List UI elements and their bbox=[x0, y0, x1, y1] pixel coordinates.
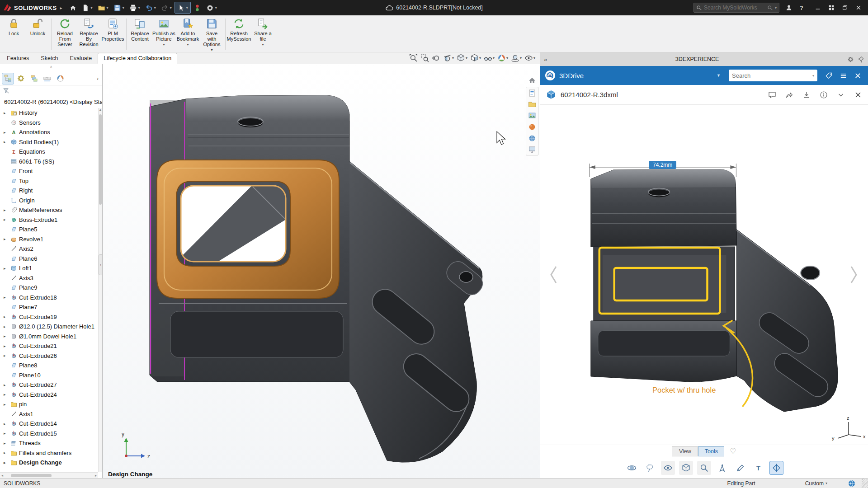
tree-root-item[interactable]: 60214002-R (60214002) <Display Sta ▲ bbox=[0, 96, 102, 107]
scenes-button[interactable] bbox=[526, 132, 538, 144]
section-plane-button[interactable] bbox=[769, 461, 783, 475]
previous-view-button[interactable] bbox=[431, 53, 441, 63]
expand-arrow-icon[interactable]: ▸ bbox=[4, 460, 9, 465]
share-a-file-button[interactable]: Share afile▾ bbox=[251, 16, 275, 52]
tree-item-right[interactable]: Right bbox=[0, 186, 98, 196]
panel-pin-icon[interactable] bbox=[858, 56, 864, 63]
close-window-button[interactable] bbox=[852, 1, 865, 14]
appearances-button[interactable] bbox=[526, 121, 538, 132]
tree-item-cut-extrude15[interactable]: ▸Cut-Extrude15 bbox=[0, 429, 98, 439]
replace-content-button[interactable]: ReplaceContent bbox=[128, 16, 152, 52]
add-to-bookmark-dropdown[interactable]: ▾ bbox=[187, 42, 189, 47]
previous-item-button[interactable] bbox=[547, 259, 560, 290]
compass-draw-button[interactable] bbox=[715, 461, 729, 475]
zoom-to-area-button[interactable] bbox=[420, 53, 430, 63]
display-manager-tab[interactable] bbox=[54, 73, 66, 84]
expand-arrow-icon[interactable]: ▸ bbox=[4, 111, 9, 115]
view-palette-button[interactable] bbox=[526, 110, 538, 121]
marker-pen-button[interactable] bbox=[733, 461, 747, 475]
tree-horizontal-scrollbar[interactable]: ◂▸ bbox=[0, 472, 98, 478]
3d-preview-area[interactable]: z y x 74.2mm Pocket w/ thru hole bbox=[540, 105, 868, 445]
expand-arrow-icon[interactable]: ▸ bbox=[4, 237, 9, 241]
tree-item-axis2[interactable]: Axis2 bbox=[0, 244, 98, 254]
more-button[interactable] bbox=[836, 90, 845, 99]
tree-item-plane8[interactable]: Plane8 bbox=[0, 361, 98, 371]
drive-search-dropdown[interactable]: ▾ bbox=[812, 74, 814, 78]
units-selector[interactable]: Custom▾ bbox=[805, 480, 827, 487]
view-orientation-button[interactable]: ▾ bbox=[456, 53, 468, 63]
apply-scene-button[interactable]: ▾ bbox=[510, 53, 523, 63]
zoom-to-fit-button[interactable] bbox=[408, 53, 419, 63]
drive-search-input[interactable] bbox=[732, 72, 810, 79]
expand-arrow-icon[interactable]: ▸ bbox=[4, 450, 9, 455]
tree-item-design-change[interactable]: ▸Design Change bbox=[0, 458, 98, 468]
home-button[interactable] bbox=[67, 2, 79, 14]
favorite-heart-icon[interactable]: ♡ bbox=[730, 447, 736, 455]
share-a-file-dropdown[interactable]: ▾ bbox=[262, 42, 264, 47]
markup-annotation-text[interactable]: Pocket w/ thru hole bbox=[652, 386, 716, 394]
open-document-button[interactable]: ▾ bbox=[95, 2, 111, 14]
new-document-dropdown[interactable]: ▾ bbox=[91, 6, 93, 10]
model-3d-view[interactable]: y z bbox=[103, 64, 540, 478]
view-orientation-dropdown[interactable]: ▾ bbox=[466, 56, 467, 60]
edit-appearance-button[interactable]: ▾ bbox=[496, 53, 509, 63]
scrollbar-thumb-h[interactable] bbox=[11, 474, 52, 477]
expand-arrow-icon[interactable]: ▸ bbox=[4, 295, 9, 300]
preview-tab-tools[interactable]: Tools bbox=[698, 446, 724, 456]
property-manager-tab[interactable] bbox=[15, 73, 27, 84]
expand-arrow-icon[interactable]: ▸ bbox=[4, 344, 9, 348]
view-settings-dropdown[interactable]: ▾ bbox=[533, 56, 535, 60]
tree-item-1-0mm-dowel-hole1[interactable]: ▸Ø1.0mm Dowel Hole1 bbox=[0, 332, 98, 342]
tree-item-cut-extrude14[interactable]: ▸Cut-Extrude14 bbox=[0, 419, 98, 429]
options-button[interactable]: ▾ bbox=[204, 2, 219, 14]
3ddrive-app-icon[interactable]: 3D bbox=[545, 70, 556, 81]
expand-arrow-icon[interactable]: ▸ bbox=[4, 353, 9, 358]
tree-item-axis1[interactable]: Axis1 bbox=[0, 409, 98, 419]
search-scope-dropdown[interactable]: ▾ bbox=[775, 6, 777, 10]
graphics-area[interactable]: y z Design Change bbox=[103, 64, 540, 478]
preview-tab-view[interactable]: View bbox=[672, 446, 698, 456]
panel-settings-gear-icon[interactable] bbox=[847, 56, 854, 63]
app-switcher-dropdown[interactable]: ▼ bbox=[717, 73, 721, 78]
rebuild-button[interactable] bbox=[191, 2, 203, 14]
tree-item-boss-extrude1[interactable]: ▸Boss-Extrude1 bbox=[0, 215, 98, 225]
tree-item-plane6[interactable]: Plane6 bbox=[0, 254, 98, 264]
expand-arrow-icon[interactable]: ▸ bbox=[4, 208, 9, 212]
filter-funnel-icon[interactable] bbox=[3, 87, 9, 94]
tab-features[interactable]: Features bbox=[1, 53, 35, 64]
tree-item-annotations[interactable]: ▸AAnnotations bbox=[0, 127, 98, 137]
select-button[interactable]: ▾ bbox=[175, 2, 191, 14]
close-document-button[interactable] bbox=[854, 90, 863, 99]
visibility-button[interactable] bbox=[661, 461, 675, 475]
custom-properties-button[interactable] bbox=[526, 144, 538, 155]
tree-item-6061-t6-ss[interactable]: 6061-T6 (SS) bbox=[0, 157, 98, 167]
tree-item-equations[interactable]: ΣEquations bbox=[0, 147, 98, 157]
3ddrive-app-name[interactable]: 3DDrive bbox=[559, 72, 584, 80]
tree-item-cut-extrude18[interactable]: ▸Cut-Extrude18 bbox=[0, 293, 98, 303]
tree-item-cut-extrude27[interactable]: ▸Cut-Extrude27 bbox=[0, 380, 98, 390]
tree-item-loft1[interactable]: ▸Loft1 bbox=[0, 263, 98, 273]
close-app-button[interactable] bbox=[852, 70, 863, 81]
dimxpert-manager-tab[interactable] bbox=[41, 73, 53, 84]
undo-dropdown[interactable]: ▾ bbox=[154, 6, 156, 10]
tree-item-matereferences[interactable]: ▸MateReferences bbox=[0, 205, 98, 215]
tree-item-axis3[interactable]: Axis3 bbox=[0, 273, 98, 283]
new-document-button[interactable]: ▾ bbox=[80, 2, 95, 14]
add-to-bookmark-button[interactable]: Add toBookmark▾ bbox=[176, 16, 200, 52]
sign-in-button[interactable] bbox=[783, 2, 795, 14]
apply-scene-dropdown[interactable]: ▾ bbox=[520, 56, 522, 60]
tree-item-cut-extrude26[interactable]: ▸Cut-Extrude26 bbox=[0, 351, 98, 361]
tree-item-origin[interactable]: Origin bbox=[0, 196, 98, 206]
task-pane-home-button[interactable] bbox=[526, 75, 538, 86]
download-button[interactable] bbox=[802, 90, 811, 99]
tree-item-12-0-12-5-diameter-hole1[interactable]: ▸Ø12.0 (12.5) Diameter Hole1 bbox=[0, 322, 98, 332]
expand-arrow-icon[interactable]: ▸ bbox=[4, 383, 9, 387]
expand-arrow-icon[interactable]: ▸ bbox=[4, 314, 9, 319]
tag-button[interactable] bbox=[823, 70, 835, 81]
panel-splitter-handle[interactable]: ‹ bbox=[99, 254, 103, 275]
window-layout-button[interactable] bbox=[825, 1, 838, 14]
scrollbar-thumb[interactable] bbox=[99, 114, 102, 205]
text-markup-button[interactable]: T bbox=[751, 461, 765, 475]
save-dropdown[interactable]: ▾ bbox=[123, 6, 124, 10]
search-mysolidworks[interactable]: ▾ bbox=[693, 3, 779, 13]
